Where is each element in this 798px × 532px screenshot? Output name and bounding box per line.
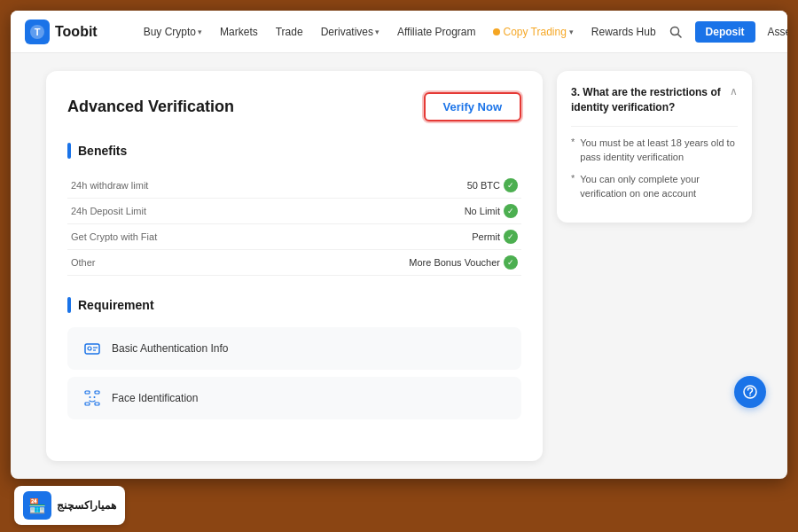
faq-item: * You can only complete your verificatio…	[571, 172, 738, 201]
section-bar-icon	[67, 143, 71, 159]
benefits-section-header: Benefits	[67, 143, 521, 159]
svg-text:T: T	[35, 27, 41, 37]
benefit-value: Permit ✓	[472, 230, 518, 244]
logo-text: Toobit	[55, 24, 98, 40]
nav-markets[interactable]: Markets	[213, 22, 265, 42]
benefit-value: More Bonus Voucher ✓	[409, 255, 518, 270]
benefit-row: 24h Deposit Limit No Limit ✓	[67, 199, 521, 224]
navbar: T Toobit Buy Crypto ▾ Markets Trade Deri…	[11, 11, 787, 53]
nav-copy-trading[interactable]: Copy Trading ▾	[486, 22, 580, 42]
watermark-icon: 🏪	[23, 491, 51, 520]
support-button[interactable]	[734, 376, 766, 408]
benefit-row: Get Crypto with Fiat Permit ✓	[67, 224, 521, 250]
svg-point-13	[94, 396, 96, 398]
bullet-icon: *	[571, 137, 575, 165]
card-title: Advanced Verification	[67, 98, 234, 116]
benefit-label: Other	[71, 257, 96, 268]
svg-point-15	[749, 395, 751, 396]
svg-point-12	[90, 396, 91, 398]
benefits-title: Benefits	[78, 144, 127, 158]
id-card-icon	[82, 338, 103, 359]
svg-rect-4	[85, 344, 99, 354]
section-bar-icon	[67, 297, 71, 313]
logo-icon: T	[25, 20, 50, 44]
check-icon: ✓	[504, 230, 518, 244]
main-window: T Toobit Buy Crypto ▾ Markets Trade Deri…	[11, 11, 787, 479]
svg-line-3	[677, 34, 681, 37]
nav-links: Buy Crypto ▾ Markets Trade Derivatives ▾…	[137, 22, 663, 42]
req-label: Face Identification	[112, 392, 198, 404]
nav-rewards[interactable]: Rewards Hub	[584, 22, 663, 42]
face-id-icon	[82, 387, 103, 409]
deposit-button[interactable]: Deposit	[695, 21, 755, 43]
left-card: Advanced Verification Verify Now Benefit…	[46, 71, 543, 461]
faq-chevron-icon[interactable]: ∧	[730, 85, 738, 98]
orange-dot-icon	[493, 28, 500, 35]
nav-trade[interactable]: Trade	[269, 22, 310, 42]
benefit-label: Get Crypto with Fiat	[71, 231, 157, 242]
faq-text: You can only complete your verification …	[580, 172, 738, 201]
nav-right: Deposit Assets ▾ Order ▾ 👤 🔔 9 ≡	[663, 20, 787, 44]
requirement-title: Requirement	[78, 298, 154, 312]
right-card: 3. What are the restrictions of identity…	[557, 71, 752, 223]
check-icon: ✓	[504, 204, 518, 218]
req-label: Basic Authentication Info	[112, 342, 228, 355]
benefit-label: 24h Deposit Limit	[71, 206, 146, 216]
svg-point-5	[88, 347, 91, 350]
benefit-row: Other More Bonus Voucher ✓	[67, 250, 521, 276]
svg-rect-10	[85, 403, 90, 405]
svg-rect-11	[95, 403, 99, 405]
verify-now-button[interactable]: Verify Now	[424, 92, 521, 121]
benefit-row: 24h withdraw limit 50 BTC ✓	[67, 173, 521, 199]
faq-item: * You must be at least 18 years old to p…	[571, 136, 738, 165]
faq-divider	[571, 126, 738, 127]
chevron-icon: ▾	[198, 27, 202, 36]
benefit-value: 50 BTC ✓	[467, 178, 518, 192]
nav-derivatives[interactable]: Derivatives ▾	[314, 22, 387, 42]
benefit-label: 24h withdraw limit	[71, 180, 148, 191]
chevron-icon: ▾	[569, 27, 574, 36]
bullet-icon: *	[571, 173, 575, 201]
nav-buy-crypto[interactable]: Buy Crypto ▾	[137, 22, 209, 42]
card-header: Advanced Verification Verify Now	[67, 92, 521, 121]
check-icon: ✓	[504, 255, 518, 270]
req-item-basic-auth: Basic Authentication Info	[67, 327, 521, 370]
req-item-face-id: Face Identification	[67, 377, 521, 419]
benefit-value: No Limit ✓	[465, 204, 518, 218]
chevron-icon: ▾	[375, 27, 379, 36]
nav-affiliate[interactable]: Affiliate Program	[390, 22, 482, 42]
search-button[interactable]	[663, 20, 688, 44]
requirement-items: Basic Authentication Info Face Identific…	[67, 327, 521, 419]
faq-title: 3. What are the restrictions of identity…	[571, 85, 730, 115]
requirement-section-header: Requirement	[67, 297, 521, 313]
benefits-table: 24h withdraw limit 50 BTC ✓ 24h Deposit …	[67, 173, 521, 276]
faq-text: You must be at least 18 years old to pas…	[580, 136, 738, 165]
svg-rect-8	[85, 391, 90, 394]
watermark-text: همیاراکسچنج	[57, 499, 116, 512]
logo-area[interactable]: T Toobit	[25, 20, 98, 44]
svg-rect-9	[95, 391, 99, 394]
main-content: Advanced Verification Verify Now Benefit…	[11, 53, 787, 479]
faq-header: 3. What are the restrictions of identity…	[571, 85, 738, 115]
watermark: 🏪 همیاراکسچنج	[14, 486, 125, 525]
check-icon: ✓	[504, 178, 518, 192]
assets-button[interactable]: Assets ▾	[763, 22, 787, 42]
